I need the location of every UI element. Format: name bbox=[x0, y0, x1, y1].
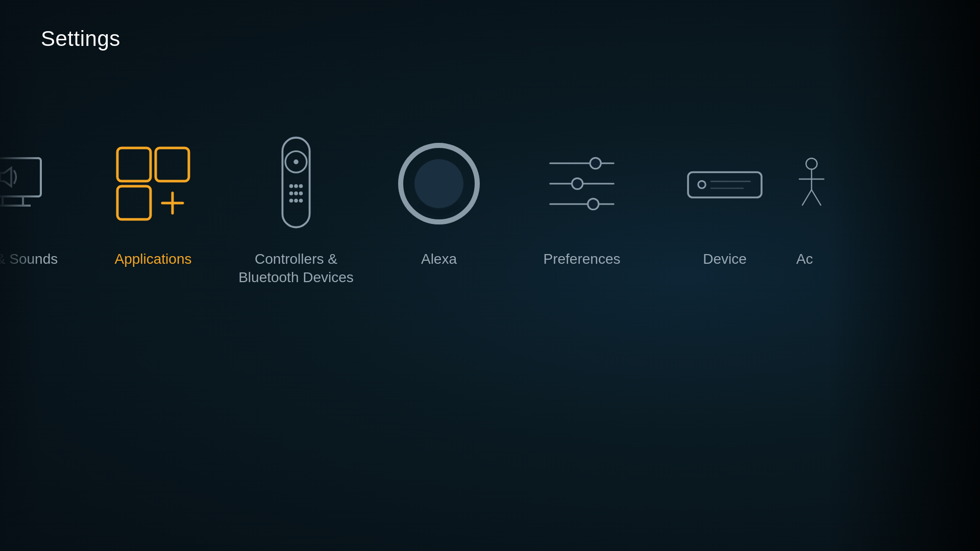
controllers-icon bbox=[276, 133, 316, 235]
svg-point-30 bbox=[698, 181, 705, 188]
svg-rect-6 bbox=[117, 186, 151, 219]
preferences-icon bbox=[541, 133, 623, 235]
preferences-label: Preferences bbox=[544, 250, 621, 268]
device-icon bbox=[679, 133, 771, 235]
svg-point-14 bbox=[299, 184, 303, 188]
setting-item-controllers[interactable]: Controllers &Bluetooth Devices bbox=[225, 133, 368, 287]
svg-point-24 bbox=[590, 158, 601, 168]
setting-item-accessibility[interactable]: Ac bbox=[796, 133, 842, 268]
svg-rect-5 bbox=[156, 148, 189, 181]
applications-label: Applications bbox=[115, 250, 192, 268]
alexa-label: Alexa bbox=[421, 250, 457, 268]
svg-point-13 bbox=[294, 184, 298, 188]
svg-point-33 bbox=[806, 158, 817, 169]
accessibility-icon bbox=[796, 133, 827, 235]
svg-rect-4 bbox=[117, 148, 151, 181]
svg-line-36 bbox=[802, 190, 812, 205]
svg-point-19 bbox=[294, 198, 298, 203]
accessibility-label: Ac bbox=[796, 250, 813, 268]
svg-point-11 bbox=[293, 160, 299, 165]
svg-point-15 bbox=[289, 191, 293, 195]
alexa-icon bbox=[393, 133, 485, 235]
svg-point-28 bbox=[588, 198, 599, 209]
svg-point-18 bbox=[289, 198, 293, 203]
svg-point-12 bbox=[289, 184, 293, 188]
setting-item-alexa[interactable]: Alexa bbox=[368, 133, 510, 268]
page-title: Settings bbox=[41, 27, 120, 51]
setting-item-applications[interactable]: Applications bbox=[82, 133, 225, 268]
device-label: Device bbox=[703, 250, 747, 268]
applications-icon bbox=[112, 133, 194, 235]
svg-point-17 bbox=[299, 191, 303, 195]
display-sounds-label: y & Sounds bbox=[0, 250, 58, 268]
svg-point-16 bbox=[294, 191, 298, 195]
setting-item-device[interactable]: Device bbox=[653, 133, 796, 268]
setting-item-display-sounds[interactable]: y & Sounds bbox=[0, 133, 82, 268]
controllers-label: Controllers &Bluetooth Devices bbox=[238, 250, 354, 287]
svg-point-26 bbox=[572, 178, 582, 189]
display-sounds-icon bbox=[0, 133, 51, 235]
svg-point-20 bbox=[299, 198, 303, 203]
svg-point-22 bbox=[414, 159, 463, 208]
svg-rect-0 bbox=[0, 158, 41, 196]
svg-line-37 bbox=[812, 190, 821, 205]
setting-item-preferences[interactable]: Preferences bbox=[510, 133, 653, 268]
settings-row: y & Sounds Applications bbox=[0, 133, 980, 287]
